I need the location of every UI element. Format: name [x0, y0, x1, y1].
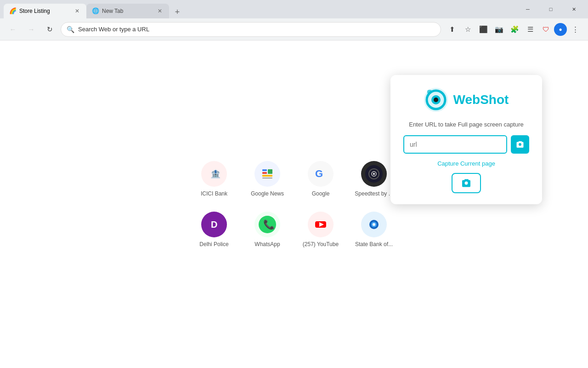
content-area: 🏦 ICICI Bank — [0, 40, 588, 368]
shortcut-sbi[interactable]: State Bank of... — [351, 208, 397, 251]
webshot-subtitle: Enter URL to take Full page screen captu… — [403, 121, 529, 128]
webshot-extension-button[interactable]: 📷 — [492, 22, 506, 37]
shortcut-icici-bank[interactable]: 🏦 ICICI Bank — [191, 157, 237, 201]
capture-current-link[interactable]: Capture Current page — [437, 160, 495, 167]
capture-current-row: Capture Current page — [403, 159, 529, 167]
bookmark-button[interactable]: ☆ — [460, 22, 475, 37]
shortcut-icon-delhi-police: D — [201, 212, 227, 237]
shortcut-label-youtube: (257) YouTube — [303, 241, 339, 247]
shortcut-icon-speedtest — [361, 161, 387, 187]
camera-icon — [515, 140, 525, 149]
shortcut-label-sbi: State Bank of... — [355, 241, 393, 247]
svg-text:🏦: 🏦 — [210, 169, 221, 179]
tab-close-store-listing[interactable]: ✕ — [74, 7, 81, 15]
svg-rect-3 — [262, 169, 267, 171]
new-tab-button[interactable]: + — [171, 6, 184, 18]
minimize-button[interactable]: ─ — [517, 3, 538, 16]
svg-rect-6 — [262, 175, 272, 177]
shortcut-icon-google: G — [308, 161, 334, 187]
shortcut-google[interactable]: G Google — [298, 157, 344, 201]
svg-text:D: D — [211, 219, 217, 230]
cast-button[interactable]: ⬛ — [476, 22, 491, 37]
svg-rect-7 — [262, 178, 272, 178]
svg-text:📞: 📞 — [263, 219, 275, 230]
capture-page-button[interactable] — [452, 173, 481, 193]
svg-point-24 — [373, 223, 375, 226]
profile-button[interactable]: ● — [554, 23, 567, 36]
webshot-popup: WebShot Enter URL to take Full page scre… — [390, 75, 542, 204]
toolbar: ← → ↻ 🔍 Search Web or type a URL ⬆ ☆ ⬛ 📷… — [0, 18, 588, 40]
reader-mode-button[interactable]: ☰ — [523, 22, 537, 37]
tab-new-tab[interactable]: 🌐 New Tab ✕ — [86, 4, 169, 18]
tab-title-new-tab: New Tab — [102, 8, 153, 14]
shortcut-label-whatsapp: WhatsApp — [254, 241, 280, 247]
tab-favicon-new-tab: 🌐 — [92, 7, 99, 15]
shortcut-icon-whatsapp: 📞 — [254, 212, 280, 237]
tab-favicon-store-listing: 🌈 — [9, 7, 17, 15]
address-bar[interactable]: 🔍 Search Web or type a URL — [61, 22, 441, 37]
toolbar-actions: ⬆ ☆ ⬛ 📷 🧩 ☰ 🛡 ● ⋮ — [445, 22, 582, 37]
webshot-header: WebShot — [403, 88, 529, 112]
svg-point-13 — [373, 173, 375, 175]
window-controls: ─ □ ✕ — [517, 3, 584, 16]
webshot-title-prefix: Web — [453, 92, 481, 107]
svg-point-2 — [259, 165, 276, 183]
capture-page-button-row — [403, 173, 529, 193]
svg-point-28 — [434, 98, 438, 102]
shortcut-youtube[interactable]: (257) YouTube — [298, 208, 344, 251]
shortcut-icon-google-news — [254, 161, 280, 187]
svg-text:G: G — [315, 168, 323, 179]
extensions-button[interactable]: 🧩 — [507, 22, 522, 37]
shortcut-icon-sbi — [361, 212, 387, 237]
shortcut-label-speedtest: Speedtest by ... — [355, 190, 393, 197]
maximize-button[interactable]: □ — [540, 3, 561, 16]
tab-store-listing[interactable]: 🌈 Store Listing ✕ — [4, 4, 86, 18]
shortcut-google-news[interactable]: Google News — [244, 157, 290, 201]
address-bar-icon: 🔍 — [67, 26, 74, 33]
close-button[interactable]: ✕ — [563, 3, 584, 16]
shortcut-speedtest[interactable]: Speedtest by ... — [351, 157, 397, 201]
chrome-window: 🌈 Store Listing ✕ 🌐 New Tab ✕ + ─ □ ✕ ← … — [0, 0, 588, 368]
shortcut-label-icici: ICICI Bank — [201, 190, 227, 197]
back-button[interactable]: ← — [6, 22, 20, 37]
webshot-url-input[interactable] — [403, 135, 507, 154]
address-text: Search Web or type a URL — [78, 26, 435, 33]
shortcut-icon-youtube — [308, 212, 334, 237]
webshot-logo — [424, 88, 448, 112]
webshot-title: WebShot — [453, 92, 509, 107]
forward-button[interactable]: → — [24, 22, 39, 37]
capture-page-camera-icon — [461, 178, 472, 189]
tabs-area: 🌈 Store Listing ✕ 🌐 New Tab ✕ + — [4, 0, 517, 18]
tab-close-new-tab[interactable]: ✕ — [156, 7, 164, 15]
tab-title-store-listing: Store Listing — [19, 8, 71, 14]
share-button[interactable]: ⬆ — [445, 22, 459, 37]
shortcut-label-google: Google — [312, 190, 330, 197]
menu-button[interactable]: ⋮ — [568, 22, 582, 37]
shortcuts-grid: 🏦 ICICI Bank — [191, 157, 397, 251]
webshot-input-row — [403, 135, 529, 154]
shortcut-label-google-news: Google News — [251, 190, 284, 197]
shortcut-whatsapp[interactable]: 📞 WhatsApp — [244, 208, 290, 251]
svg-rect-4 — [262, 172, 267, 174]
webshot-capture-button[interactable] — [511, 135, 529, 154]
shortcut-icon-icici: 🏦 — [201, 161, 227, 187]
shortcut-label-delhi-police: Delhi Police — [199, 241, 228, 247]
title-bar: 🌈 Store Listing ✕ 🌐 New Tab ✕ + ─ □ ✕ — [0, 0, 588, 18]
svg-rect-5 — [268, 169, 272, 174]
shortcut-delhi-police[interactable]: D Delhi Police — [191, 208, 237, 251]
adblock-button[interactable]: 🛡 — [538, 22, 553, 37]
reload-button[interactable]: ↻ — [42, 22, 57, 37]
webshot-title-suffix: Shot — [480, 92, 509, 107]
